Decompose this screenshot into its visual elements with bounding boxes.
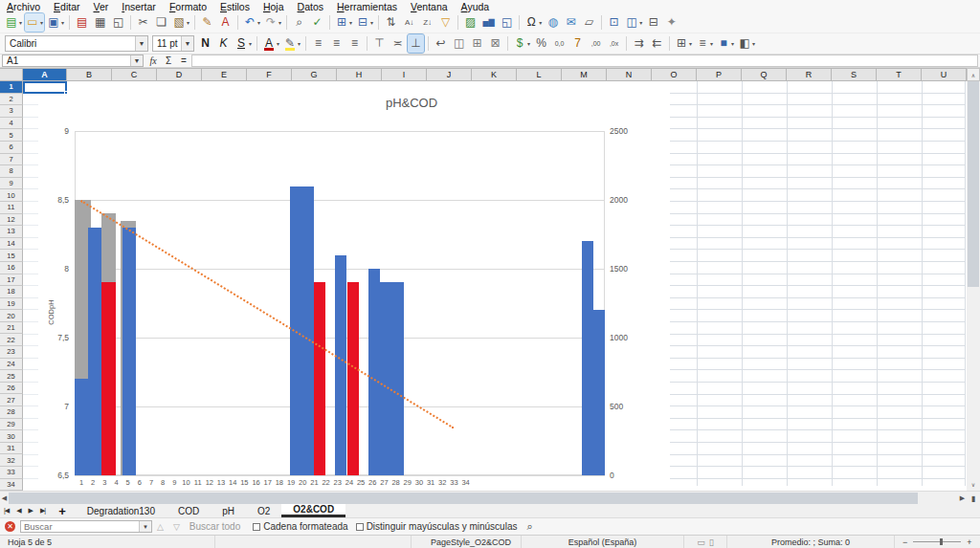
highlight-color-icon[interactable]: ✎▾	[282, 34, 301, 53]
row-header-32[interactable]: 32	[0, 454, 23, 467]
font-name-dropdown-icon[interactable]: ▼	[135, 36, 147, 51]
first-sheet-icon[interactable]: |◀	[0, 507, 12, 515]
dropdown-arrow-icon[interactable]: ▾	[539, 19, 542, 26]
scroll-right-arrow[interactable]: ▶	[958, 492, 967, 505]
align-bottom-icon[interactable]: ⊥	[408, 34, 424, 53]
vertical-scrollbar[interactable]: ∨	[967, 81, 980, 491]
sort-icon[interactable]: ⇅	[383, 13, 399, 32]
merge-center-cells-icon[interactable]: ◫	[451, 34, 467, 53]
borders-icon[interactable]: ⊞▾	[674, 34, 693, 53]
border-style-icon[interactable]: ≡▾	[695, 34, 714, 53]
dropdown-arrow-icon[interactable]: ▾	[731, 40, 734, 47]
insert-hyperlink-icon[interactable]: ◍	[545, 13, 561, 32]
search-history-dropdown-icon[interactable]: ▼	[139, 521, 151, 532]
column-header-A[interactable]: A	[23, 68, 67, 81]
split-handle[interactable]: ▮	[969, 492, 978, 505]
freeze-panes-icon[interactable]: ◫▾	[624, 13, 643, 32]
align-left-icon[interactable]: ≡	[310, 34, 326, 53]
name-box-dropdown-icon[interactable]: ▼	[130, 55, 143, 66]
find-previous-icon[interactable]: △	[152, 522, 168, 532]
row-header-30[interactable]: 30	[0, 430, 23, 443]
row-header-21[interactable]: 21	[0, 322, 23, 335]
dropdown-arrow-icon[interactable]: ▾	[19, 19, 22, 26]
add-decimal-icon[interactable]: ,00	[588, 34, 604, 53]
language-status[interactable]: Español (España)	[522, 536, 684, 548]
row-header-20[interactable]: 20	[0, 310, 23, 322]
row-header-31[interactable]: 31	[0, 443, 23, 455]
column-header-F[interactable]: F	[247, 68, 292, 81]
row-header-10[interactable]: 10	[0, 189, 23, 202]
sum-button[interactable]: Σ	[161, 55, 176, 66]
clear-formatting-icon[interactable]: A	[217, 13, 234, 32]
menu-datos[interactable]: Datos	[291, 1, 330, 12]
dropdown-arrow-icon[interactable]: ▾	[187, 19, 189, 26]
dropdown-arrow-icon[interactable]: ▾	[257, 19, 260, 26]
column-header-C[interactable]: C	[112, 68, 157, 81]
zoom-slider[interactable]	[913, 541, 961, 542]
sheet-tab-cod[interactable]: COD	[167, 504, 211, 517]
sheet-tab-o2[interactable]: O2	[246, 504, 281, 517]
dropdown-arrow-icon[interactable]: ▾	[278, 19, 281, 26]
delete-decimal-icon[interactable]: ,0x	[606, 34, 622, 53]
insert-chart-icon[interactable]: ▅▇	[480, 13, 497, 32]
column-header-J[interactable]: J	[427, 68, 472, 81]
menu-hoja[interactable]: Hoja	[256, 1, 291, 12]
dropdown-arrow-icon[interactable]: ▾	[40, 19, 43, 26]
undo-icon[interactable]: ↶▾	[242, 13, 261, 32]
row-header-23[interactable]: 23	[0, 346, 23, 359]
row-header-11[interactable]: 11	[0, 202, 23, 214]
close-find-icon[interactable]: ✕	[5, 521, 15, 532]
dropdown-arrow-icon[interactable]: ▾	[527, 40, 530, 47]
row-header-27[interactable]: 27	[0, 394, 23, 406]
search-input[interactable]	[21, 521, 139, 532]
row-header-13[interactable]: 13	[0, 226, 23, 238]
align-center-icon[interactable]: ≡	[328, 34, 345, 53]
dropdown-arrow-icon[interactable]: ▾	[298, 40, 301, 47]
dropdown-arrow-icon[interactable]: ▾	[249, 40, 252, 47]
find-next-icon[interactable]: ▽	[168, 522, 185, 532]
select-all-corner[interactable]	[0, 68, 23, 81]
page-style-status[interactable]: PageStyle_O2&COD	[412, 536, 522, 548]
format-percent-icon[interactable]: %	[533, 34, 549, 53]
italic-icon[interactable]: K	[215, 34, 232, 53]
show-draw-functions-icon[interactable]: ✦	[663, 13, 679, 32]
column-header-P[interactable]: P	[697, 68, 742, 81]
row-header-17[interactable]: 17	[0, 274, 23, 287]
selection-handle[interactable]	[64, 91, 68, 95]
horizontal-scrollbar[interactable]: ◀ ▶ ▮	[0, 491, 980, 504]
font-size-dropdown-icon[interactable]: ▼	[181, 36, 193, 51]
row-header-34[interactable]: 34	[0, 479, 23, 492]
row-header-16[interactable]: 16	[0, 262, 23, 274]
open-file-icon[interactable]: ▭▾	[25, 13, 44, 32]
last-sheet-icon[interactable]: ▶|	[36, 507, 49, 515]
column-header-Q[interactable]: Q	[742, 68, 787, 81]
sheet-tab-o2-cod[interactable]: O2&COD	[281, 504, 345, 517]
sort-descending-icon[interactable]: Z↓	[419, 13, 435, 32]
merge-cells-icon[interactable]: ⊞	[469, 34, 485, 53]
column-header-T[interactable]: T	[877, 68, 922, 81]
row-header-7[interactable]: 7	[0, 154, 23, 166]
increase-indent-icon[interactable]: ⇉	[631, 34, 647, 53]
column-header-O[interactable]: O	[652, 68, 697, 81]
menu-formato[interactable]: Formato	[163, 1, 213, 12]
underline-icon[interactable]: S▾	[234, 34, 253, 53]
row-header-29[interactable]: 29	[0, 419, 23, 431]
save-icon[interactable]: ▣▾	[46, 13, 65, 32]
cut-icon[interactable]: ✂	[135, 13, 151, 32]
row-header-14[interactable]: 14	[0, 238, 23, 251]
menu-herramientas[interactable]: Herramientas	[330, 1, 404, 12]
previous-sheet-icon[interactable]: ◀	[12, 507, 24, 515]
font-name-combo[interactable]: Calibri ▼	[5, 35, 148, 52]
scroll-down-arrow[interactable]: ∨	[967, 478, 980, 491]
dropdown-arrow-icon[interactable]: ▾	[349, 19, 352, 26]
sheet-area[interactable]: 1234567891011121314151617181920212223242…	[0, 81, 980, 491]
bold-icon[interactable]: N	[197, 34, 213, 53]
dropdown-arrow-icon[interactable]: ▾	[710, 40, 713, 47]
column-header-D[interactable]: D	[157, 68, 202, 81]
row-header-22[interactable]: 22	[0, 334, 23, 346]
spell-check-icon[interactable]: ✓	[309, 13, 325, 32]
scroll-left-arrow[interactable]: ◀	[0, 492, 9, 505]
row-header-19[interactable]: 19	[0, 298, 23, 311]
column-header-L[interactable]: L	[517, 68, 562, 81]
menu-archivo[interactable]: Archivo	[0, 1, 47, 12]
